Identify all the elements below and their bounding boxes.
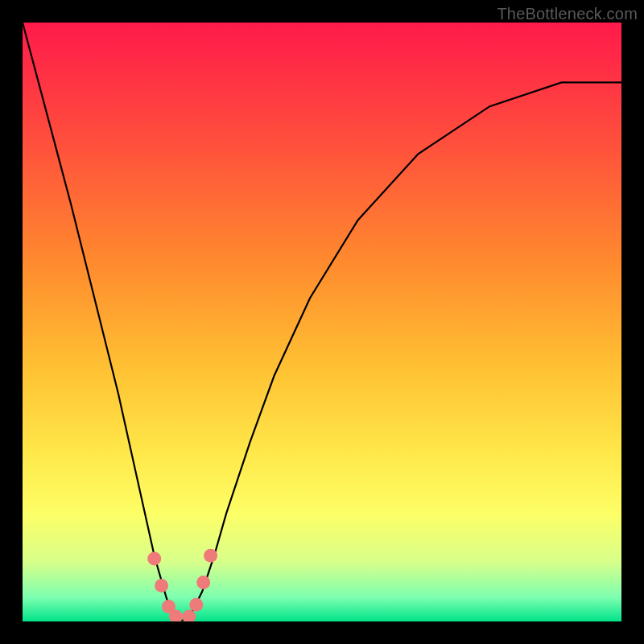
marker-dot [147, 551, 161, 565]
marker-dot [189, 598, 203, 612]
bottleneck-chart [23, 23, 621, 621]
chart-frame [23, 23, 621, 621]
marker-dot [196, 576, 210, 589]
marker-dot [155, 579, 168, 592]
watermark-text: TheBottleneck.com [497, 5, 638, 23]
marker-dot [204, 549, 217, 563]
gradient-background [23, 23, 621, 621]
